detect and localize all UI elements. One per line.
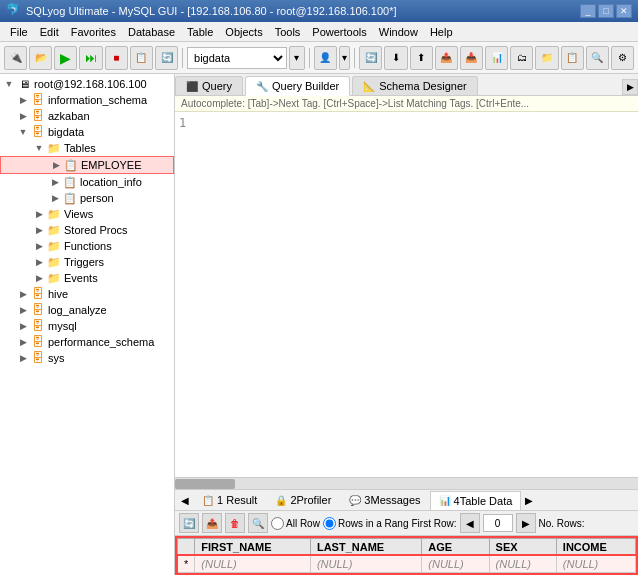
editor-area[interactable]: 1 <box>175 112 638 477</box>
tree-item-root-conn[interactable]: ▼ 🖥 root@192.168.106.100 <box>0 76 174 92</box>
toolbar-btn11[interactable]: ⚙ <box>611 46 634 70</box>
toolbar-btn4[interactable]: 📤 <box>435 46 458 70</box>
sidebar-item-log-analyze[interactable]: ▶ 🗄 log_analyze <box>0 302 174 318</box>
menu-table[interactable]: Table <box>181 24 219 40</box>
first-row-input[interactable] <box>483 514 513 532</box>
next-page-btn[interactable]: ▶ <box>516 513 536 533</box>
toolbar-refresh[interactable]: 🔄 <box>155 46 178 70</box>
sidebar-item-functions[interactable]: ▶ 📁 Functions <box>0 238 174 254</box>
expand-info-schema[interactable]: ▶ <box>16 93 30 107</box>
scrollbar-thumb[interactable] <box>175 479 235 489</box>
all-rows-radio-label[interactable]: All Row <box>271 517 320 530</box>
bottom-tab-prev[interactable]: ◀ <box>177 492 193 508</box>
expand-root[interactable]: ▼ <box>2 77 16 91</box>
toolbar-stop[interactable]: ■ <box>105 46 128 70</box>
menu-powertools[interactable]: Powertools <box>306 24 372 40</box>
expand-triggers[interactable]: ▶ <box>32 255 46 269</box>
sidebar-item-information-schema[interactable]: ▶ 🗄 information_schema <box>0 92 174 108</box>
close-button[interactable]: ✕ <box>616 4 632 18</box>
expand-views[interactable]: ▶ <box>32 207 46 221</box>
expand-sys[interactable]: ▶ <box>16 351 30 365</box>
minimize-button[interactable]: _ <box>580 4 596 18</box>
expand-perf-schema[interactable]: ▶ <box>16 335 30 349</box>
expand-mysql[interactable]: ▶ <box>16 319 30 333</box>
toolbar-btn2[interactable]: ⬇ <box>384 46 407 70</box>
bottom-tab-profiler[interactable]: 🔒 2 Profiler <box>266 490 340 510</box>
menu-tools[interactable]: Tools <box>269 24 307 40</box>
expand-tables[interactable]: ▼ <box>32 141 46 155</box>
bottom-tab-result[interactable]: 📋 1 Result <box>193 490 266 510</box>
toolbar-new-conn[interactable]: 🔌 <box>4 46 27 70</box>
sidebar-item-azkaban[interactable]: ▶ 🗄 azkaban <box>0 108 174 124</box>
table-row[interactable]: * (NULL) (NULL) (NULL) (NULL) (NULL) <box>178 556 636 573</box>
col-header-sex[interactable]: SEX <box>489 539 556 556</box>
cell-sex-1[interactable]: (NULL) <box>489 556 556 573</box>
toolbar-run[interactable]: ▶ <box>54 46 77 70</box>
bottom-tab-messages[interactable]: 💬 3 Messages <box>340 490 429 510</box>
sidebar-item-bigdata[interactable]: ▼ 🗄 bigdata <box>0 124 174 140</box>
expand-functions[interactable]: ▶ <box>32 239 46 253</box>
expand-stored-procs[interactable]: ▶ <box>32 223 46 237</box>
toolbar-btn3[interactable]: ⬆ <box>410 46 433 70</box>
expand-log-analyze[interactable]: ▶ <box>16 303 30 317</box>
sidebar-item-location-info[interactable]: ▶ 📋 location_info <box>0 174 174 190</box>
toolbar-user[interactable]: 👤 <box>314 46 337 70</box>
toolbar-user-arrow[interactable]: ▾ <box>339 46 351 70</box>
expand-bigdata[interactable]: ▼ <box>16 125 30 139</box>
tab-schema-designer[interactable]: 📐 Schema Designer <box>352 76 477 95</box>
expand-location-info[interactable]: ▶ <box>48 175 62 189</box>
toolbar-run-all[interactable]: ⏭ <box>79 46 102 70</box>
menu-database[interactable]: Database <box>122 24 181 40</box>
bottom-tab-table-data[interactable]: 📊 4 Table Data <box>430 491 522 510</box>
sidebar-item-tables-folder[interactable]: ▼ 📁 Tables <box>0 140 174 156</box>
tab-nav-arrow[interactable]: ▶ <box>622 79 638 95</box>
menu-objects[interactable]: Objects <box>219 24 268 40</box>
col-header-first-name[interactable]: FIRST_NAME <box>195 539 311 556</box>
menu-favorites[interactable]: Favorites <box>65 24 122 40</box>
menu-edit[interactable]: Edit <box>34 24 65 40</box>
toolbar-btn9[interactable]: 📋 <box>561 46 584 70</box>
toolbar-dropdown-arrow[interactable]: ▾ <box>289 46 304 70</box>
toolbar-btn7[interactable]: 🗂 <box>510 46 533 70</box>
delete-btn[interactable]: 🗑 <box>225 513 245 533</box>
expand-employee[interactable]: ▶ <box>49 158 63 172</box>
sidebar-item-mysql[interactable]: ▶ 🗄 mysql <box>0 318 174 334</box>
sidebar-item-employee[interactable]: ▶ 📋 EMPLOYEE <box>0 156 174 174</box>
editor-scrollbar[interactable] <box>175 477 638 489</box>
col-header-income[interactable]: INCOME <box>556 539 635 556</box>
cell-first-name-1[interactable]: (NULL) <box>195 556 311 573</box>
menu-help[interactable]: Help <box>424 24 459 40</box>
rows-range-radio-label[interactable]: Rows in a Rang <box>323 517 409 530</box>
expand-person[interactable]: ▶ <box>48 191 62 205</box>
sidebar-item-performance-schema[interactable]: ▶ 🗄 performance_schema <box>0 334 174 350</box>
all-rows-radio[interactable] <box>271 517 284 530</box>
sidebar-item-events[interactable]: ▶ 📁 Events <box>0 270 174 286</box>
tab-query-builder[interactable]: 🔧 Query Builder <box>245 76 350 96</box>
menu-window[interactable]: Window <box>373 24 424 40</box>
rows-range-radio[interactable] <box>323 517 336 530</box>
restore-button[interactable]: □ <box>598 4 614 18</box>
refresh-btn[interactable]: 🔄 <box>179 513 199 533</box>
sidebar-item-views[interactable]: ▶ 📁 Views <box>0 206 174 222</box>
sidebar-item-triggers[interactable]: ▶ 📁 Triggers <box>0 254 174 270</box>
db-selector[interactable]: bigdata information_schema azkaban hive … <box>187 47 287 69</box>
filter-btn[interactable]: 🔍 <box>248 513 268 533</box>
sidebar-item-stored-procs[interactable]: ▶ 📁 Stored Procs <box>0 222 174 238</box>
col-header-last-name[interactable]: LAST_NAME <box>310 539 421 556</box>
toolbar-btn8[interactable]: 📁 <box>535 46 558 70</box>
menu-file[interactable]: File <box>4 24 34 40</box>
toolbar-explain[interactable]: 📋 <box>130 46 153 70</box>
toolbar-btn10[interactable]: 🔍 <box>586 46 609 70</box>
col-header-age[interactable]: AGE <box>422 539 489 556</box>
expand-hive[interactable]: ▶ <box>16 287 30 301</box>
sidebar-item-hive[interactable]: ▶ 🗄 hive <box>0 286 174 302</box>
toolbar-open[interactable]: 📂 <box>29 46 52 70</box>
tab-query[interactable]: ⬛ Query <box>175 76 243 95</box>
export-btn[interactable]: 📤 <box>202 513 222 533</box>
sidebar-item-sys[interactable]: ▶ 🗄 sys <box>0 350 174 366</box>
toolbar-btn6[interactable]: 📊 <box>485 46 508 70</box>
toolbar-btn1[interactable]: 🔄 <box>359 46 382 70</box>
toolbar-btn5[interactable]: 📥 <box>460 46 483 70</box>
expand-azkaban[interactable]: ▶ <box>16 109 30 123</box>
prev-page-btn[interactable]: ◀ <box>460 513 480 533</box>
